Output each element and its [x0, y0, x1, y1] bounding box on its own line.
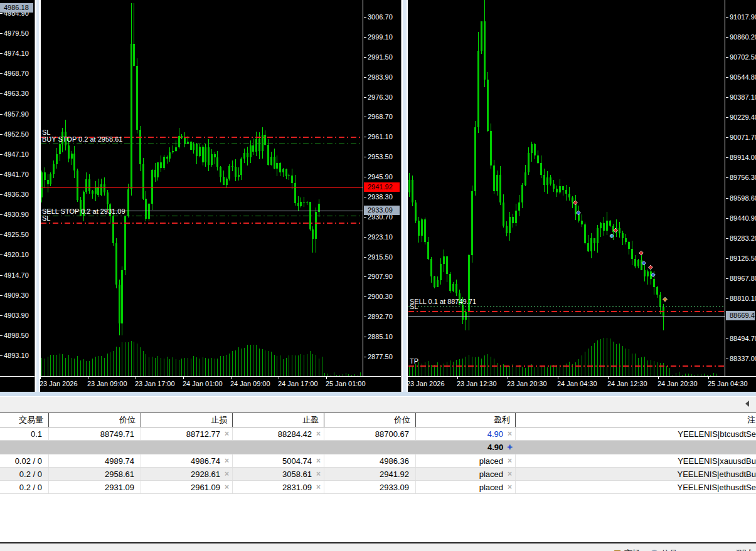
time-axis-label: 23 Jan 20:30: [507, 380, 547, 387]
order-row[interactable]: 0.02 / 04989.744986.74×5004.74×4986.36pl…: [0, 454, 756, 468]
order-volume: 0.1: [31, 429, 42, 439]
toolbox-tab-信号[interactable]: 信号: [651, 548, 678, 551]
ethusdt-chart-plot[interactable]: [40, 0, 363, 376]
order-comment: YEELENIS|btcusdtSe: [678, 429, 756, 439]
close-order-icon[interactable]: ×: [225, 483, 229, 491]
order-volume: 0.2 / 0: [19, 470, 42, 479]
col-header-comment[interactable]: 注: [516, 413, 756, 427]
price-axis-label: 4903.90: [0, 312, 29, 320]
time-axis-label: 25 Jan 04:30: [708, 380, 748, 387]
price-axis-label: 90702.50: [726, 53, 756, 61]
time-axis-label: 23 Jan 12:30: [457, 380, 497, 387]
price-axis-label: 88967.80: [726, 275, 756, 283]
price-axis-label: 90860.20: [726, 33, 756, 41]
profit-summary-row[interactable]: 4.90+: [0, 441, 756, 454]
order-sl: 2961.09: [191, 483, 220, 492]
price-axis-label: 2877.50: [364, 353, 393, 361]
time-axis-tick: [231, 377, 232, 379]
price-axis-label: 89598.60: [726, 194, 756, 202]
order-row[interactable]: 0.2 / 02958.612928.61×3058.61×2941.92pla…: [0, 468, 756, 481]
col-header-profit[interactable]: 盈利: [416, 413, 516, 427]
price-axis-label: 2923.10: [364, 233, 393, 241]
order-row[interactable]: 0.188749.7188712.77×88284.42×88700.674.9…: [0, 428, 756, 441]
price-axis-label: 2915.50: [364, 253, 393, 261]
order-profit: placed: [479, 456, 503, 466]
price-axis-label: 2885.10: [364, 333, 393, 341]
price-axis-label: 88337.00: [726, 355, 756, 363]
time-axis-label: 24 Jan 12:30: [607, 380, 647, 387]
price-axis-label: 2961.10: [364, 133, 393, 141]
time-axis-label: 24 Jan 20:30: [658, 380, 698, 387]
price-axis-label: 89125.50: [726, 255, 756, 263]
col-header-price[interactable]: 价位: [49, 413, 141, 427]
price-axis-label: 2892.70: [364, 313, 393, 321]
price-axis-label: 89283.20: [726, 234, 756, 243]
close-order-icon[interactable]: ×: [508, 470, 512, 478]
orders-table: 交易量价位止损止盈价位盈利注0.188749.7188712.77×88284.…: [0, 412, 756, 494]
toolbox-tab-VPS[interactable]: VPS: [688, 549, 716, 551]
total-profit: 4.90: [487, 443, 503, 452]
price-axis-label: 2953.50: [364, 153, 393, 161]
order-price: 2958.61: [105, 470, 134, 479]
expand-profit-icon[interactable]: +: [507, 443, 513, 451]
chart-window-bottom-edge: [0, 392, 756, 396]
close-order-icon[interactable]: ×: [316, 470, 321, 478]
price-axis-label: 4963.30: [0, 90, 29, 98]
order-profit: 4.90: [487, 429, 503, 439]
time-axis-tick: [558, 377, 558, 379]
window-splitter[interactable]: [35, 0, 40, 396]
close-order-icon[interactable]: ×: [316, 457, 321, 464]
order-line-label: SELL 0.1 at 88749.71: [410, 298, 476, 305]
toolbox-tab-测试[interactable]: 测试: [727, 548, 752, 551]
order-line-label: BUY STOP 0.2 at 2958.61: [42, 135, 122, 143]
price-axis-label: 4930.90: [0, 211, 29, 219]
close-order-icon[interactable]: ×: [316, 430, 321, 438]
price-axis-label: 90387.10: [726, 93, 756, 102]
time-axis-label: 23 Jan 2026: [40, 380, 78, 387]
col-header-volume[interactable]: 交易量: [0, 413, 49, 427]
close-order-icon[interactable]: ×: [316, 483, 321, 491]
order-tp: 5004.74: [282, 456, 312, 466]
btcusdt-chart-plot[interactable]: [408, 0, 725, 376]
order-line-label: TP: [410, 357, 418, 365]
price-axis-label: 89914.00: [726, 154, 756, 162]
price-axis-label: 4952.50: [0, 130, 29, 139]
close-order-icon[interactable]: ×: [508, 457, 512, 464]
price-axis-label: 91017.90: [726, 13, 756, 21]
order-profit: placed: [479, 470, 503, 479]
price-axis-label: 88494.70: [726, 335, 756, 343]
time-axis-label: 24 Jan 04:30: [557, 380, 597, 387]
collapse-panel-arrow-icon[interactable]: [745, 401, 749, 407]
price-axis-label: 4968.70: [0, 70, 29, 78]
ethusdt-price-axis[interactable]: 3006.702999.102991.502983.902976.302968.…: [364, 0, 401, 392]
col-header-current-price[interactable]: 价位: [324, 413, 416, 427]
time-axis-label: 24 Jan 09:00: [230, 380, 270, 387]
current-price-tag: 2941.92: [364, 182, 400, 192]
order-sl: 2928.61: [191, 470, 220, 479]
price-axis-label: 4936.30: [0, 191, 29, 199]
time-axis-tick: [88, 377, 88, 379]
close-order-icon[interactable]: ×: [508, 430, 512, 438]
price-axis-label: 88810.10: [726, 295, 756, 303]
col-header-tp[interactable]: 止盈: [233, 413, 324, 427]
close-order-icon[interactable]: ×: [225, 457, 229, 464]
order-row[interactable]: 0.2 / 02931.092961.09×2831.09×2933.09pla…: [0, 481, 756, 494]
order-comment: YEELENIS|ethusdtBu: [677, 470, 756, 479]
order-tp: 2831.09: [282, 483, 312, 492]
price-axis-label: 2945.90: [364, 173, 393, 181]
time-axis-tick: [136, 377, 136, 379]
col-header-sl[interactable]: 止损: [141, 413, 233, 427]
close-order-icon[interactable]: ×: [225, 430, 229, 438]
close-order-icon[interactable]: ×: [225, 470, 229, 478]
xauusd-price-axis[interactable]: 4984.904979.504974.104968.704963.304957.…: [0, 0, 35, 392]
price-axis-label: 2991.50: [364, 53, 393, 61]
price-axis-label: 2968.70: [364, 113, 393, 121]
time-axis-label: 24 Jan 01:00: [183, 380, 223, 387]
time-axis-tick: [508, 377, 508, 379]
window-splitter[interactable]: [401, 0, 408, 396]
order-current-price: 4986.36: [380, 456, 409, 466]
toolbox-tab-市场[interactable]: 市场: [614, 548, 641, 551]
close-order-icon[interactable]: ×: [508, 483, 512, 491]
btcusdt-price-axis[interactable]: 91017.9090860.2090702.5090544.8090387.10…: [726, 0, 756, 392]
order-price: 4989.74: [105, 456, 134, 466]
